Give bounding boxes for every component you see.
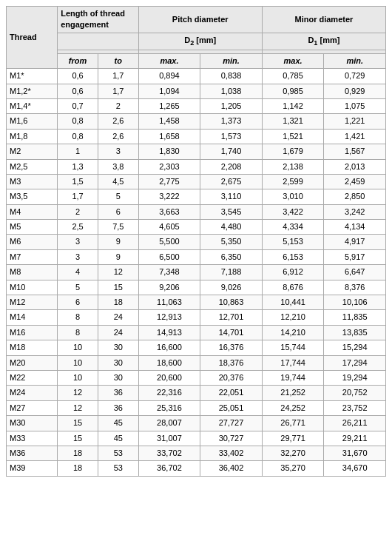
cell-pitch-min: 25,051 (200, 400, 263, 415)
table-row: M18103016,60016,37615,74415,294 (7, 340, 386, 355)
cell-from: 0,6 (58, 69, 98, 84)
cell-from: 1,5 (58, 174, 98, 189)
cell-pitch-max: 7,348 (138, 265, 200, 280)
cell-minor-min: 2,459 (324, 174, 386, 189)
cell-minor-min: 1,221 (324, 114, 386, 129)
col-header-minor-min: min. (324, 53, 386, 68)
cell-pitch-min: 5,350 (200, 235, 263, 249)
cell-pitch-min: 16,376 (200, 340, 263, 355)
cell-pitch-max: 0,894 (138, 69, 200, 84)
cell-thread: M5 (7, 220, 58, 235)
cell-thread: M16 (7, 325, 58, 340)
table-row: M52,57,54,6054,4804,3344,134 (7, 220, 386, 235)
cell-pitch-max: 1,658 (138, 129, 200, 144)
cell-to: 24 (98, 310, 138, 325)
table-row: M1,2*0,61,71,0941,0380,9850,929 (7, 84, 386, 98)
cell-pitch-max: 1,830 (138, 144, 200, 159)
cell-to: 18 (98, 295, 138, 310)
cell-pitch-max: 2,775 (138, 174, 200, 189)
cell-to: 36 (98, 386, 138, 400)
cell-minor-min: 1,075 (324, 98, 386, 113)
cell-to: 53 (98, 461, 138, 476)
cell-from: 3 (58, 235, 98, 249)
cell-minor-min: 0,929 (324, 84, 386, 98)
col-header-minor-max: max. (262, 53, 324, 68)
cell-to: 7,5 (98, 220, 138, 235)
cell-pitch-min: 2,208 (200, 159, 263, 174)
cell-to: 3 (98, 144, 138, 159)
cell-minor-max: 17,744 (262, 355, 324, 370)
cell-thread: M8 (7, 265, 58, 280)
cell-minor-min: 31,670 (324, 446, 386, 460)
cell-pitch-max: 18,600 (138, 355, 200, 370)
cell-minor-min: 10,106 (324, 295, 386, 310)
cell-from: 18 (58, 446, 98, 460)
cell-to: 30 (98, 355, 138, 370)
cell-pitch-min: 4,480 (200, 220, 263, 235)
cell-pitch-max: 16,600 (138, 340, 200, 355)
cell-minor-min: 1,421 (324, 129, 386, 144)
cell-thread: M36 (7, 446, 58, 460)
cell-minor-min: 2,850 (324, 189, 386, 204)
cell-thread: M14 (7, 310, 58, 325)
cell-pitch-min: 18,376 (200, 355, 263, 370)
thread-table: Thread Length of thread engagement Pitch… (6, 6, 386, 477)
cell-minor-max: 1,142 (262, 98, 324, 113)
cell-to: 24 (98, 325, 138, 340)
cell-thread: M3 (7, 174, 58, 189)
cell-pitch-min: 3,545 (200, 204, 263, 219)
cell-minor-max: 3,010 (262, 189, 324, 204)
cell-pitch-min: 1,740 (200, 144, 263, 159)
cell-pitch-max: 31,007 (138, 431, 200, 446)
cell-minor-max: 6,912 (262, 265, 324, 280)
cell-from: 18 (58, 461, 98, 476)
cell-pitch-max: 4,605 (138, 220, 200, 235)
cell-thread: M7 (7, 249, 58, 264)
table-row: M3,51,753,2223,1103,0102,850 (7, 189, 386, 204)
cell-pitch-min: 3,110 (200, 189, 263, 204)
col-header-to: to (98, 53, 138, 68)
table-row: M1261811,06310,86310,44110,106 (7, 295, 386, 310)
cell-thread: M27 (7, 400, 58, 415)
cell-to: 45 (98, 416, 138, 431)
cell-minor-max: 35,270 (262, 461, 324, 476)
cell-minor-max: 12,210 (262, 310, 324, 325)
cell-from: 2,5 (58, 220, 98, 235)
cell-thread: M4 (7, 204, 58, 219)
cell-minor-max: 3,422 (262, 204, 324, 219)
cell-minor-max: 2,138 (262, 159, 324, 174)
cell-minor-min: 34,670 (324, 461, 386, 476)
cell-minor-max: 15,744 (262, 340, 324, 355)
cell-from: 1,3 (58, 159, 98, 174)
cell-to: 2,6 (98, 129, 138, 144)
cell-to: 6 (98, 204, 138, 219)
cell-from: 10 (58, 371, 98, 386)
cell-from: 15 (58, 416, 98, 431)
table-row: M1,60,82,61,4581,3731,3211,221 (7, 114, 386, 129)
table-row: M1,4*0,721,2651,2051,1421,075 (7, 98, 386, 113)
cell-minor-min: 29,211 (324, 431, 386, 446)
cell-to: 1,7 (98, 69, 138, 84)
cell-to: 9 (98, 249, 138, 264)
cell-minor-min: 4,917 (324, 235, 386, 249)
cell-pitch-min: 9,026 (200, 280, 263, 295)
cell-minor-min: 8,376 (324, 280, 386, 295)
table-row: M2,51,33,82,3032,2082,1382,013 (7, 159, 386, 174)
cell-pitch-min: 2,675 (200, 174, 263, 189)
cell-minor-max: 5,153 (262, 235, 324, 249)
cell-thread: M12 (7, 295, 58, 310)
cell-thread: M1,8 (7, 129, 58, 144)
cell-minor-max: 1,679 (262, 144, 324, 159)
cell-pitch-min: 1,038 (200, 84, 263, 98)
table-row: M1*0,61,70,8940,8380,7850,729 (7, 69, 386, 84)
cell-thread: M1,4* (7, 98, 58, 113)
cell-minor-min: 1,567 (324, 144, 386, 159)
col-header-pitch-max: max. (138, 53, 200, 68)
cell-pitch-max: 22,316 (138, 386, 200, 400)
cell-minor-max: 10,441 (262, 295, 324, 310)
cell-from: 12 (58, 386, 98, 400)
table-container: { "table": { "headers": { "thread": "Thr… (0, 0, 392, 483)
cell-thread: M20 (7, 355, 58, 370)
table-row: M20103018,60018,37617,74417,294 (7, 355, 386, 370)
pitch-d2-label: D2 [mm] (138, 33, 262, 50)
